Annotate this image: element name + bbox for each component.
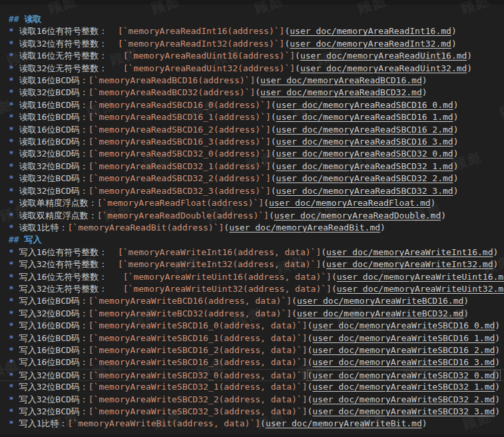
- inline-code: [`memoryAreaReadDouble(address)`]: [97, 211, 269, 220]
- inline-code: [`memoryAreaWriteSBCD32_0(address, data)…: [89, 370, 308, 380]
- markdown-list-item[interactable]: * 读取16位BCD码：[`memoryAreaReadSBCD16_3(add…: [0, 136, 504, 148]
- markdown-list-item[interactable]: * 写入16位BCD码：[`memoryAreaWriteSBCD16_3(ad…: [0, 356, 504, 368]
- doc-link[interactable]: user_doc/memoryAreaWriteBCD16.md: [297, 296, 463, 306]
- doc-link[interactable]: user_doc/memoryAreaReadBCD16.md: [260, 75, 422, 85]
- item-label: 写入32位BCD码：: [19, 394, 89, 404]
- doc-link[interactable]: user_doc/memoryAreaReadFloat.md: [269, 198, 431, 208]
- markdown-list-item[interactable]: * 读取32位BCD码：[`memoryAreaReadSBCD32_1(add…: [0, 161, 504, 173]
- item-label: 写入16位BCD码：: [19, 345, 89, 355]
- doc-link[interactable]: user_doc/memoryAreaReadSBCD16_2.md: [276, 125, 453, 135]
- item-label: 写入16位无符号整数：: [19, 272, 123, 282]
- markdown-list-item[interactable]: * 写入16位BCD码：[`memoryAreaWriteSBCD16_2(ad…: [0, 344, 504, 356]
- link-close-paren: ): [453, 186, 459, 196]
- doc-link[interactable]: user_doc/memoryAreaWriteInt32.md: [326, 259, 493, 269]
- link-open-paren: (: [260, 418, 266, 428]
- list-bullet-icon: *: [9, 394, 19, 404]
- markdown-list-item[interactable]: * 读取双精度浮点数：[`memoryAreaReadDouble(addres…: [0, 210, 504, 222]
- link-open-paren: (: [255, 87, 260, 97]
- doc-link[interactable]: user_doc/memoryAreaWriteSBCD16_1.md: [312, 333, 495, 343]
- markdown-list-item[interactable]: * 读取32位BCD码：[`memoryAreaReadSBCD32_2(add…: [0, 173, 504, 185]
- markdown-list-item[interactable]: * 读取单精度浮点数：[`memoryAreaReadFloat(address…: [0, 197, 504, 209]
- item-label: 写入32位有符号整数：: [19, 259, 118, 269]
- inline-code: [`memoryAreaReadUint16(address)`]: [123, 51, 295, 61]
- item-label: 读取32位无符号整数：: [19, 63, 123, 73]
- doc-link[interactable]: user_doc/memoryAreaReadSBCD16_3.md: [276, 137, 453, 147]
- item-label: 读取16位BCD码：: [19, 125, 89, 135]
- markdown-list-item[interactable]: * 写入32位BCD码：[`memoryAreaWriteSBCD32_3(ad…: [0, 406, 504, 418]
- inline-code: [`memoryAreaWriteSBCD16_2(address, data)…: [89, 345, 308, 355]
- doc-link[interactable]: user_doc/memoryAreaReadBCD32.md: [260, 87, 422, 97]
- doc-link[interactable]: user_doc/memoryAreaWriteSBCD32_2.md: [312, 394, 495, 404]
- markdown-list-item[interactable]: * 读取16位无符号整数： [`memoryAreaReadUint16(add…: [0, 50, 504, 62]
- doc-link[interactable]: user_doc/memoryAreaReadUint32.md: [300, 63, 467, 73]
- list-bullet-icon: *: [9, 137, 19, 147]
- markdown-list-item[interactable]: * 读取16位BCD码：[`memoryAreaReadSBCD16_0(add…: [0, 99, 504, 111]
- list-bullet-icon: *: [9, 211, 19, 220]
- doc-link[interactable]: user_doc/memoryAreaReadSBCD32_2.md: [276, 173, 453, 183]
- doc-link[interactable]: user_doc/memoryAreaWriteUint32.md: [337, 284, 504, 294]
- markdown-list-item[interactable]: * 读取16位BCD码：[`memoryAreaReadBCD16(addres…: [0, 75, 504, 87]
- doc-link[interactable]: user_doc/memoryAreaReadInt16.md: [290, 26, 451, 36]
- doc-link[interactable]: user_doc/memoryAreaReadSBCD32_3.md: [276, 186, 453, 196]
- list-bullet-icon: *: [9, 39, 19, 49]
- doc-link[interactable]: user_doc/memoryAreaReadSBCD16_1.md: [276, 112, 453, 122]
- markdown-list-item[interactable]: * 读取32位BCD码：[`memoryAreaReadSBCD32_3(add…: [0, 185, 504, 197]
- markdown-list-item[interactable]: * 读取32位BCD码：[`memoryAreaReadSBCD32_0(add…: [0, 148, 504, 160]
- markdown-list-item[interactable]: * 写入32位BCD码：[`memoryAreaWriteSBCD32_2(ad…: [0, 394, 504, 406]
- link-close-paren: ): [467, 63, 472, 73]
- item-label: 写入32位BCD码：: [19, 370, 89, 380]
- item-label: 写入32位BCD码：: [19, 382, 89, 392]
- markdown-list-item[interactable]: * 读取16位BCD码：[`memoryAreaReadSBCD16_1(add…: [0, 111, 504, 123]
- doc-link[interactable]: user_doc/memoryAreaWriteBit.md: [266, 418, 422, 428]
- doc-link[interactable]: user_doc/memoryAreaWriteBCD32.md: [297, 308, 463, 318]
- markdown-list-item[interactable]: * 写入32位BCD码：[`memoryAreaWriteBCD32(addre…: [0, 308, 504, 320]
- link-open-paren: (: [321, 247, 326, 257]
- markdown-list-item[interactable]: * 写入16位有符号整数： [`memoryAreaWriteInt16(add…: [0, 246, 504, 258]
- markdown-heading-line[interactable]: ## 读取: [0, 13, 504, 25]
- markdown-list-item[interactable]: * 写入32位BCD码：[`memoryAreaWriteSBCD32_0(ad…: [0, 369, 504, 381]
- link-open-paren: (: [271, 125, 276, 135]
- doc-link[interactable]: user_doc/memoryAreaWriteSBCD32_3.md: [312, 406, 495, 416]
- list-bullet-icon: *: [9, 308, 19, 318]
- doc-link[interactable]: user_doc/memoryAreaReadBit.md: [229, 222, 380, 232]
- link-close-paren: ): [441, 211, 446, 220]
- doc-link[interactable]: user_doc/memoryAreaWriteSBCD16_0.md: [312, 320, 495, 330]
- doc-link[interactable]: user_doc/memoryAreaWriteSBCD16_3.md: [312, 357, 495, 367]
- markdown-list-item[interactable]: * 写入16位BCD码：[`memoryAreaWriteSBCD16_0(ad…: [0, 320, 504, 332]
- doc-link[interactable]: user_doc/memoryAreaReadSBCD32_0.md: [276, 149, 453, 159]
- markdown-list-item[interactable]: * 读取1比特：[`memoryAreaReadBit(address)`](u…: [0, 222, 504, 234]
- markdown-list-item[interactable]: * 写入1比特：[`memoryAreaWriteBit(address, da…: [0, 418, 504, 430]
- doc-link[interactable]: user_doc/memoryAreaWriteSBCD32_0.md: [312, 370, 495, 380]
- markdown-list-item[interactable]: * 读取16位有符号整数： [`memoryAreaReadInt16(addr…: [0, 25, 504, 37]
- bracket-match-box: ): [495, 370, 500, 380]
- doc-link[interactable]: user_doc/memoryAreaReadDouble.md: [274, 211, 441, 220]
- markdown-list-item[interactable]: * 读取32位有符号整数： [`memoryAreaReadInt32(addr…: [0, 38, 504, 50]
- markdown-list-item[interactable]: * 读取32位BCD码：[`memoryAreaReadBCD32(addres…: [0, 87, 504, 99]
- markdown-editor[interactable]: ## 读取* 读取16位有符号整数： [`memoryAreaReadInt16…: [0, 13, 504, 430]
- list-bullet-icon: *: [9, 100, 19, 110]
- list-bullet-icon: *: [9, 345, 19, 355]
- markdown-list-item[interactable]: * 写入32位BCD码：[`memoryAreaWriteSBCD32_1(ad…: [0, 381, 504, 393]
- doc-link[interactable]: user_doc/memoryAreaWriteSBCD32_1.md: [312, 382, 495, 392]
- doc-link[interactable]: user_doc/memoryAreaReadInt32.md: [290, 39, 451, 49]
- link-close-paren: ): [431, 198, 436, 208]
- heading-hashes: ##: [9, 234, 24, 244]
- list-bullet-icon: *: [9, 357, 19, 367]
- markdown-heading-line[interactable]: ## 写入: [0, 234, 504, 246]
- markdown-list-item[interactable]: * 读取32位无符号整数： [`memoryAreaReadUint32(add…: [0, 63, 504, 75]
- markdown-list-item[interactable]: * 写入16位BCD码：[`memoryAreaWriteBCD16(addre…: [0, 295, 504, 307]
- markdown-list-item[interactable]: * 写入32位无符号整数： [`memoryAreaWriteUint32(ad…: [0, 283, 504, 295]
- list-bullet-icon: *: [9, 63, 19, 73]
- doc-link[interactable]: user_doc/memoryAreaWriteInt16.md: [326, 247, 493, 257]
- item-label: 读取16位BCD码：: [19, 75, 89, 85]
- doc-link[interactable]: user_doc/memoryAreaWriteSBCD16_2.md: [312, 345, 495, 355]
- doc-link[interactable]: user_doc/memoryAreaReadUint16.md: [300, 51, 467, 61]
- doc-link[interactable]: user_doc/memoryAreaWriteUint16.md: [337, 272, 504, 282]
- markdown-list-item[interactable]: * 写入16位BCD码：[`memoryAreaWriteSBCD16_1(ad…: [0, 332, 504, 344]
- doc-link[interactable]: user_doc/memoryAreaReadSBCD16_0.md: [276, 100, 453, 110]
- markdown-list-item[interactable]: * 写入32位有符号整数： [`memoryAreaWriteInt32(add…: [0, 258, 504, 270]
- markdown-list-item[interactable]: * 写入16位无符号整数： [`memoryAreaWriteUint16(ad…: [0, 271, 504, 283]
- doc-link[interactable]: user_doc/memoryAreaReadSBCD32_1.md: [276, 161, 453, 171]
- markdown-list-item[interactable]: * 读取16位BCD码：[`memoryAreaReadSBCD16_2(add…: [0, 124, 504, 136]
- link-open-paren: (: [255, 75, 260, 85]
